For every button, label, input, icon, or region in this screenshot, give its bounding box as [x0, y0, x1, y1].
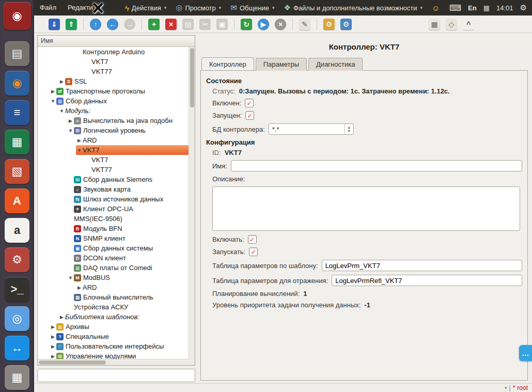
tree-item[interactable]: VKT7 — [38, 155, 189, 165]
tree-filter-input[interactable] — [37, 369, 195, 382]
messaging-indicator-icon[interactable]: ▦ — [483, 4, 490, 12]
delete-item-button[interactable]: × — [164, 18, 178, 31]
enabled-checkbox[interactable]: ✓ — [245, 99, 254, 107]
tree-item[interactable]: ▼MModBUS — [38, 273, 189, 283]
tree-item[interactable]: ▶SSSL — [38, 76, 189, 86]
launcher-dash-home-icon[interactable]: ◉ — [3, 2, 31, 30]
stop-button[interactable]: × — [274, 18, 287, 31]
launcher-firefox-icon[interactable]: ◉ — [5, 71, 29, 96]
tree-vertical-scrollbar[interactable] — [189, 47, 195, 359]
tree-item[interactable]: ▶Библиотека шаблонов: — [38, 312, 189, 322]
expander-icon[interactable]: ▶ — [50, 334, 56, 339]
tree-item[interactable]: ▼▥Сбор данных — [38, 96, 189, 106]
add-item-button[interactable]: + — [147, 18, 161, 31]
fit-window-button[interactable]: ◇ — [445, 18, 458, 31]
tab-parameters[interactable]: Параметры — [256, 58, 307, 71]
tree-item[interactable]: ▶⇄Транспортные протоколы — [38, 86, 189, 96]
launcher-amazon-icon[interactable]: a — [5, 218, 29, 243]
tray-actions[interactable]: ϟДействия▾ — [120, 0, 171, 15]
expander-icon[interactable]: ▼ — [76, 148, 83, 153]
tree-item[interactable]: ▥DAQ платы от Comedi — [38, 263, 189, 273]
description-textarea[interactable] — [212, 186, 520, 231]
vertical-scrollbar-thumb[interactable] — [190, 48, 194, 107]
tree-item[interactable]: ▦Блочный вычислитель — [38, 292, 189, 302]
keyboard-icon[interactable]: ⌨ — [449, 3, 461, 13]
keyboard-layout-indicator[interactable]: En — [468, 4, 477, 12]
go-back-button[interactable]: ← — [106, 18, 119, 31]
tree-item[interactable]: ▶≡Вычислитель на java подобн — [38, 116, 189, 126]
tree-item[interactable]: VKT7 — [38, 57, 189, 67]
save-to-db-button[interactable]: ⇑ — [65, 18, 78, 31]
launcher-libreoffice-calc-icon[interactable]: ▦ — [5, 130, 29, 154]
tree-item[interactable]: ▶□Пользовательские интерфейсы — [38, 341, 189, 351]
tree-item[interactable]: ▶?Специальные — [38, 332, 189, 341]
launcher-system-settings-icon[interactable]: ⚙ — [5, 247, 29, 272]
expander-icon[interactable]: ▼ — [50, 99, 56, 104]
user-indicator[interactable]: root — [517, 384, 528, 391]
expander-icon[interactable]: ▶ — [58, 315, 65, 320]
launcher-libreoffice-writer-icon[interactable]: ≡ — [5, 100, 29, 125]
expander-icon[interactable]: ▶ — [76, 138, 83, 143]
tray-chat[interactable]: ✉Общение▾ — [226, 0, 279, 15]
docked-chat-icon[interactable]: … — [519, 345, 532, 361]
tray-files[interactable]: ❖Файлы и дополнительные возможности▾ — [279, 0, 427, 15]
tree-item[interactable]: ⇆Шлюз источников данных — [38, 194, 189, 204]
tree-item[interactable]: ▼VKT7 — [38, 145, 189, 155]
tree-horizontal-scrollbar[interactable] — [38, 359, 189, 365]
tab-controller[interactable]: Контроллер — [201, 57, 254, 70]
tray-view[interactable]: ◎Просмотр▾ — [171, 0, 226, 15]
reflection-table-input[interactable] — [332, 275, 522, 286]
refresh-button[interactable]: ↻ — [240, 18, 253, 31]
expander-icon[interactable]: ▼ — [67, 128, 74, 133]
tree-item[interactable]: MMS(IEC-9506) — [38, 214, 189, 224]
status-caret-icon[interactable]: ▾ — [505, 385, 507, 390]
menu-file[interactable]: Файл — [34, 0, 62, 15]
tab-diagnostics[interactable]: Диагностика — [308, 58, 363, 71]
expander-icon[interactable]: ▼ — [58, 108, 65, 114]
tree-item[interactable]: DDCON клиент — [38, 253, 189, 263]
tree-item[interactable]: SiСбор данных Siemens — [38, 175, 189, 184]
module-config-button[interactable]: ⚙ — [322, 18, 336, 31]
name-input[interactable] — [231, 160, 522, 171]
expander-icon[interactable]: ▶ — [58, 79, 65, 84]
spin-down-icon[interactable]: ▼ — [347, 129, 351, 133]
expander-icon[interactable]: ▶ — [50, 324, 56, 330]
tree-item[interactable]: BМодуль BFN — [38, 224, 189, 233]
controller-db-combobox[interactable]: *.* ▲ ▼ — [269, 123, 354, 135]
tree-item[interactable]: VKT77 — [38, 67, 189, 76]
tree-item[interactable]: ▼Модуль: — [38, 106, 189, 116]
expander-icon[interactable]: ▶ — [67, 118, 74, 123]
tree-item[interactable]: ♪Звуковая карта — [38, 184, 189, 194]
tree-item[interactable]: ✈Клиент OPC-UA — [38, 204, 189, 214]
tree-item[interactable]: ▶ARD — [38, 135, 189, 145]
start-button[interactable]: ▶ — [257, 18, 270, 31]
collapse-toolbar-button[interactable]: ^ — [462, 18, 475, 31]
expander-icon[interactable]: ▶ — [76, 285, 83, 290]
expander-icon[interactable]: ▶ — [50, 89, 56, 94]
tree-header[interactable]: Имя — [38, 36, 195, 47]
tree-item[interactable]: ▶ARD — [38, 283, 189, 292]
tree-item[interactable]: ▣Сбор данных системы — [38, 243, 189, 253]
expander-icon[interactable]: ▼ — [67, 275, 74, 280]
tree-item[interactable]: ▼⊞Логический уровень — [38, 126, 189, 135]
tree-item[interactable]: Устройства АСКУ — [38, 302, 189, 312]
expander-icon[interactable]: ▶ — [50, 354, 56, 359]
spinner-buttons[interactable]: ▲ ▼ — [345, 124, 353, 134]
load-from-db-button[interactable]: ⇓ — [48, 18, 61, 31]
template-table-input[interactable] — [322, 260, 522, 271]
clock[interactable]: 14:01 — [496, 4, 513, 12]
tree-item[interactable]: Контроллер Arduino — [38, 47, 189, 57]
expander-icon[interactable]: ▶ — [50, 344, 56, 349]
launcher-chromium-icon[interactable]: ◎ — [5, 306, 29, 331]
tray-smiley[interactable]: ☺ — [427, 0, 444, 15]
launcher-teamviewer-icon[interactable]: ↔ — [5, 336, 29, 360]
horizontal-scrollbar-thumb[interactable] — [39, 360, 106, 365]
ui-config-button[interactable]: ⚙ — [339, 18, 353, 31]
running-checkbox[interactable]: ✓ — [245, 111, 254, 120]
launcher-terminal-icon[interactable]: >_ — [5, 277, 29, 302]
table-view-button[interactable]: ▦ — [428, 18, 441, 31]
edit-message-button[interactable]: ✎ — [298, 18, 311, 31]
tree-item[interactable]: ▶▤Архивы — [38, 322, 189, 332]
to-start-checkbox[interactable]: ✓ — [249, 247, 258, 256]
spin-up-icon[interactable]: ▲ — [347, 126, 351, 129]
